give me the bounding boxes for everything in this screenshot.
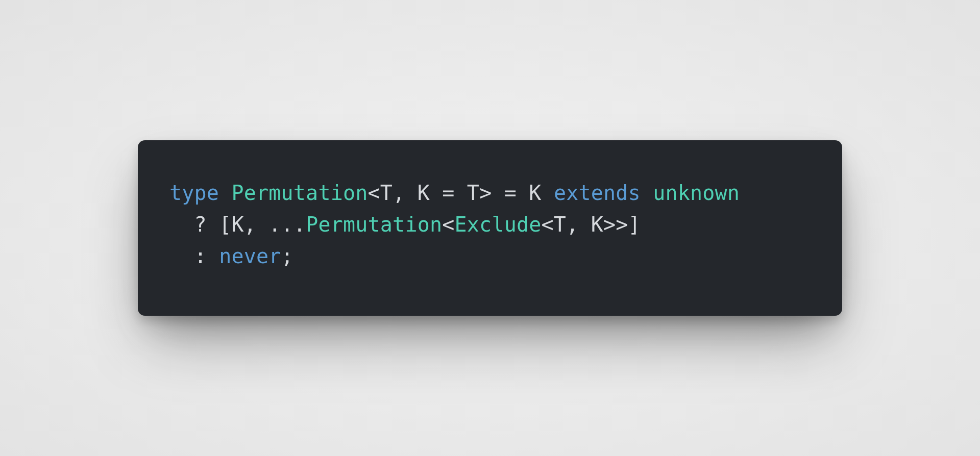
code-token: type bbox=[169, 181, 231, 205]
code-card: type Permutation<T, K = T> = K extends u… bbox=[138, 140, 842, 316]
code-token: : bbox=[169, 244, 219, 268]
code-token: , bbox=[393, 181, 418, 205]
code-token: < bbox=[368, 181, 380, 205]
code-token: < bbox=[542, 213, 554, 236]
code-token: extends bbox=[554, 181, 641, 205]
code-token: T bbox=[380, 181, 393, 205]
code-token: Permutation bbox=[306, 213, 442, 236]
code-token: , bbox=[566, 213, 591, 236]
code-token: < bbox=[442, 213, 454, 236]
code-token: T bbox=[467, 181, 479, 205]
code-token: K bbox=[591, 213, 603, 236]
code-token: ; bbox=[281, 244, 293, 268]
code-token: = bbox=[430, 181, 467, 205]
code-token: K bbox=[529, 181, 541, 205]
code-block[interactable]: type Permutation<T, K = T> = K extends u… bbox=[169, 177, 811, 272]
code-token: K bbox=[418, 181, 430, 205]
code-token: Exclude bbox=[455, 213, 542, 236]
code-token: Permutation bbox=[231, 181, 368, 205]
code-token: K bbox=[231, 213, 243, 236]
code-token: T bbox=[554, 213, 566, 236]
code-token bbox=[641, 181, 653, 205]
code-token: >>] bbox=[603, 213, 641, 236]
code-token: never bbox=[219, 244, 281, 268]
code-token: ? [ bbox=[169, 213, 231, 236]
code-token: , ... bbox=[244, 213, 306, 236]
code-token bbox=[542, 181, 554, 205]
code-token: > = bbox=[479, 181, 529, 205]
code-token: unknown bbox=[653, 181, 740, 205]
page-stage: type Permutation<T, K = T> = K extends u… bbox=[0, 0, 980, 456]
